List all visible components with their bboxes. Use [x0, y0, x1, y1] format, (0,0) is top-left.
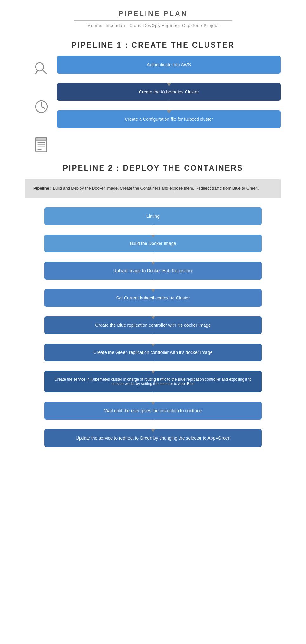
- header-subtitle: Mehmet Incefidan | Cloud DevOps Engineer…: [25, 23, 281, 28]
- document-icon: [32, 135, 51, 154]
- pipeline1-steps: Authenticate into AWS Create the Kuberne…: [57, 56, 281, 128]
- pipeline2-step-1: Linting: [44, 207, 262, 225]
- svg-point-0: [36, 63, 44, 71]
- pipeline1-icons: [25, 56, 57, 154]
- pipeline1-step-1: Authenticate into AWS: [57, 56, 281, 74]
- svg-rect-11: [36, 137, 47, 141]
- pipeline2-desc-body: Build and Deploy the Docker Image, Creat…: [53, 186, 259, 190]
- p2-arrow-6: [153, 361, 153, 371]
- p2-arrow-5: [153, 334, 153, 344]
- svg-line-2: [36, 71, 37, 74]
- pipeline1-container: Authenticate into AWS Create the Kuberne…: [25, 56, 281, 154]
- p2-arrow-1: [153, 225, 153, 235]
- pipeline2-steps: Linting Build the Docker Image Upload Im…: [25, 207, 281, 447]
- page-title: PIPELINE PLAN: [25, 10, 281, 18]
- pipeline2-step-7: Create the service in Kubernetes cluster…: [44, 371, 262, 392]
- svg-line-1: [42, 70, 47, 74]
- pipeline1-title: PIPELINE 1 : CREATE THE CLUSTER: [25, 41, 281, 49]
- pipeline2-title: PIPELINE 2 : DEPLOY THE CONTAINERS: [25, 164, 281, 172]
- header-divider: [74, 20, 232, 21]
- arrow-2: [169, 101, 169, 110]
- p2-arrow-4: [153, 307, 153, 316]
- clock-icon: [32, 97, 51, 116]
- page-header: PIPELINE PLAN Mehmet Incefidan | Cloud D…: [25, 0, 281, 31]
- p2-arrow-8: [153, 420, 153, 429]
- p2-arrow-2: [153, 252, 153, 262]
- svg-line-5: [41, 106, 45, 108]
- pipeline2-desc-prefix: Pipeline :: [33, 186, 52, 190]
- pipeline2-description: Pipeline : Build and Deploy the Docker I…: [25, 179, 281, 198]
- arrow-1: [169, 74, 169, 83]
- p2-arrow-3: [153, 280, 153, 289]
- p2-arrow-7: [153, 392, 153, 402]
- search-icon: [32, 59, 51, 78]
